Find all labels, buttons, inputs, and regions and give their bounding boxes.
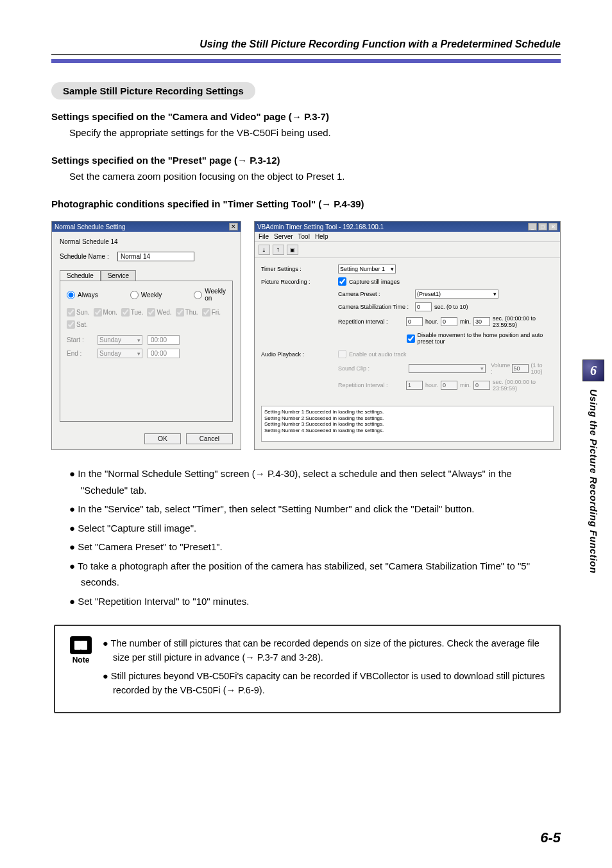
day-thu: Thu. [176,308,198,317]
rep2-label: Repetition Interval : [338,382,406,388]
bullet-item: ● Set "Repetition Interval" to "10" minu… [69,593,561,610]
enable-audio-checkbox: Enable out audio track [338,350,407,358]
sound-clip-select: ▾ [409,364,486,373]
timer-setting-tool-window: VBAdmin Timer Setting Tool - 192.168.100… [254,221,561,450]
audio-playback-label: Audio Playback : [261,351,338,358]
menu-tool[interactable]: Tool [298,233,310,240]
section-heading-3: Photographic conditions specified in "Ti… [51,198,561,209]
sound-clip-label: Sound Clip : [338,365,409,372]
close-icon[interactable]: ✕ [229,223,238,230]
log-line: Setting Number 4:Succeeded in loading th… [264,428,550,434]
end-day-select: Sunday▾ [98,349,142,358]
h3-ref: P.4-39) [331,198,364,209]
camera-preset-label: Camera Preset : [338,291,415,297]
rep2-sec [473,381,490,390]
arrow-icon: → [237,155,247,166]
disable-movement-checkbox[interactable]: Disable movement to the home position an… [407,332,554,345]
end-time-input: 00:00 [148,349,180,358]
dialog-titlebar: Normal Schedule Setting ✕ [52,221,241,232]
radio-weeklyon[interactable]: Weekly on [194,288,226,302]
rep-min-input[interactable] [441,317,457,326]
cancel-button[interactable]: Cancel [186,433,233,444]
page-number: 6-5 [540,829,561,846]
toolbar: ⤓ ⤒ ▣ [255,242,560,258]
hour-label: hour. [425,318,438,325]
start-label: Start : [67,336,92,343]
camera-preset-select[interactable]: (Preset1)▾ [415,290,498,299]
timer-settings-label: Timer Settings : [261,266,338,272]
menubar: File Server Tool Help [255,232,560,242]
log-area: Setting Number 1:Succeeded in loading th… [261,406,554,442]
log-line: Setting Number 1:Succeeded in loading th… [264,409,550,415]
end-label: End : [67,350,92,357]
header-title: Using the Still Picture Recording Functi… [51,39,561,55]
start-time-input: 00:00 [148,335,180,345]
stabilization-suffix: sec. (0 to 10) [434,304,468,310]
minimize-icon[interactable]: _ [528,223,537,230]
h1-ref: P.3-7) [302,111,329,122]
note-label: Note [72,655,90,664]
radio-weekly-label: Weekly [141,291,162,299]
day-wed: Wed. [147,308,171,317]
radio-weeklyon-label: Weekly on [205,288,226,302]
toolbar-icon-3[interactable]: ▣ [287,245,298,255]
h1-title: Settings specified on the "Camera and Vi… [51,111,292,122]
menu-help[interactable]: Help [315,233,328,240]
window-title: VBAdmin Timer Setting Tool - 192.168.100… [257,223,384,230]
volume-label: Volume : [491,362,511,375]
radio-weekly[interactable]: Weekly [130,288,162,302]
dialog-title: Normal Schedule Setting [55,223,126,230]
day-fri: Fri. [202,308,221,317]
chevron-down-icon: ▾ [137,351,140,357]
capture-still-checkbox[interactable]: Capture still images [338,277,400,286]
day-mon: Mon. [94,308,117,317]
header-divider [51,59,561,63]
rep-hour-input[interactable] [406,317,423,326]
note-box: Note ● The number of still pictures that… [54,625,561,713]
chevron-down-icon: ▾ [493,291,497,297]
toolbar-icon-2[interactable]: ⤒ [273,245,284,255]
toolbar-icon-1[interactable]: ⤓ [259,245,270,255]
close-icon[interactable]: ✕ [548,223,557,230]
side-tab: 6 Using the Picture Recording Function [582,360,604,573]
bullet-item: ● Select "Capture still image". [69,520,561,537]
stabilization-label: Camera Stabilization Time : [338,304,415,310]
h2-title: Settings specified on the "Preset" page … [51,155,237,166]
chevron-down-icon: ▾ [480,365,484,372]
rep-range: sec. (00:00:00 to 23:59:59) [493,315,554,328]
volume-input [512,364,529,373]
bullet-item: ● In the "Normal Schedule Setting" scree… [69,465,561,498]
schedule-tab-panel: Always Weekly Weekly on Sun. Mon. Tue. W… [60,281,233,422]
schedule-name-input[interactable] [117,252,194,261]
menu-server[interactable]: Server [274,233,293,240]
h3-title: Photographic conditions specified in "Ti… [51,198,321,209]
setting-number-select[interactable]: Setting Number 1▾ [338,265,396,273]
schedule-number-label: Normal Schedule 14 [60,238,233,245]
tab-service[interactable]: Service [101,270,136,281]
rep2-min [441,381,457,390]
stabilization-input[interactable] [415,302,432,311]
picture-recording-label: Picture Recording : [261,279,338,285]
arrow-icon: → [321,198,331,209]
arrow-icon: → [292,111,302,122]
day-sun: Sun. [67,308,90,317]
start-day-select: Sunday▾ [98,335,142,345]
log-line: Setting Number 2:Succeeded in loading th… [264,415,550,422]
menu-file[interactable]: File [259,233,269,240]
rep2-hour [406,381,423,390]
h2-ref: P.3-12) [247,155,280,166]
chapter-number-badge: 6 [582,360,604,381]
tab-schedule[interactable]: Schedule [60,270,101,281]
bullet-item: ● In the "Service" tab, select "Timer", … [69,501,561,517]
note-icon [70,636,92,654]
ok-button[interactable]: OK [144,433,180,444]
sample-header: Sample Still Picture Recording Settings [51,82,255,100]
rep-sec-input[interactable] [473,317,490,326]
day-tue: Tue. [121,308,144,317]
maximize-icon[interactable]: □ [538,223,547,230]
section-heading-1: Settings specified on the "Camera and Vi… [51,111,561,122]
side-tab-text: Using the Picture Recording Function [588,389,599,573]
min-label: min. [460,318,471,325]
radio-always[interactable]: Always [67,288,98,302]
section-sub-2: Set the camera zoom position focusing on… [69,171,561,182]
